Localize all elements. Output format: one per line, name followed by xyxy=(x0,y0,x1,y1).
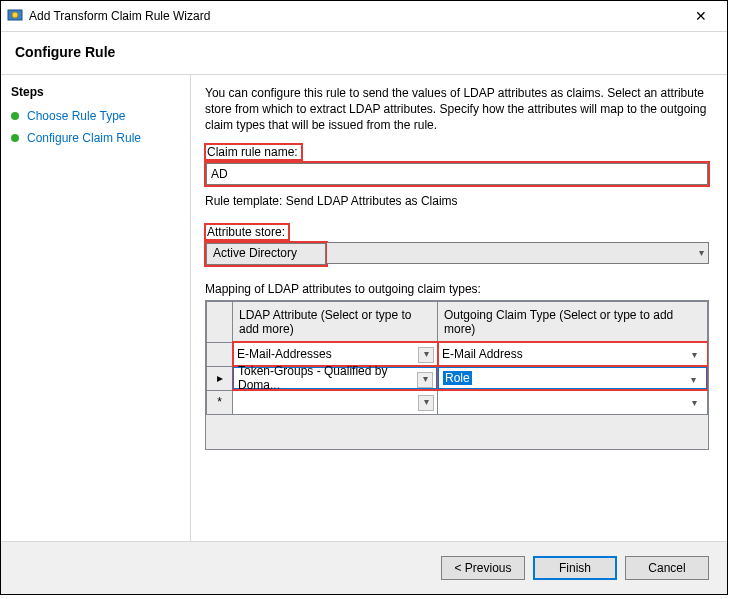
outgoing-claim-value: Role xyxy=(443,371,472,385)
attribute-store-value: Active Directory xyxy=(213,246,297,260)
attribute-store-highlight: Active Directory xyxy=(205,242,327,266)
title-bar: Add Transform Claim Rule Wizard ✕ xyxy=(1,1,727,32)
outgoing-claim-value: E-Mail Address xyxy=(442,347,523,361)
ldap-attr-highlight: Token-Groups - Qualified by Doma... ▾ xyxy=(233,366,438,390)
mapping-grid[interactable]: LDAP Attribute (Select or type to add mo… xyxy=(205,300,709,450)
window-title: Add Transform Claim Rule Wizard xyxy=(29,9,681,23)
claim-type-highlight: E-Mail Address ▾ xyxy=(438,342,708,366)
outgoing-claim-cell[interactable]: ▾ xyxy=(438,390,708,414)
table-row: E-Mail-Addresses ▾ E-Mail Address ▾ xyxy=(207,342,708,366)
ldap-attribute-header: LDAP Attribute (Select or type to add mo… xyxy=(233,301,438,342)
outgoing-claim-cell[interactable]: E-Mail Address ▾ xyxy=(438,343,707,365)
claim-rule-name-label-highlight: Claim rule name: xyxy=(205,144,302,160)
steps-sidebar: Steps Choose Rule Type Configure Claim R… xyxy=(1,75,191,541)
close-button[interactable]: ✕ xyxy=(681,2,721,30)
wizard-window: Add Transform Claim Rule Wizard ✕ Config… xyxy=(0,0,728,595)
table-row: * ▾ ▾ xyxy=(207,390,708,414)
page-header: Configure Rule xyxy=(1,32,727,75)
step-choose-rule-type[interactable]: Choose Rule Type xyxy=(1,105,190,127)
chevron-down-icon: ▾ xyxy=(699,247,704,258)
ldap-attr-highlight: E-Mail-Addresses ▾ xyxy=(233,342,438,366)
row-marker: ▸ xyxy=(207,366,233,390)
grid-header-row: LDAP Attribute (Select or type to add mo… xyxy=(207,301,708,342)
ldap-attribute-cell[interactable]: ▾ xyxy=(233,390,438,414)
step-bullet-icon xyxy=(11,134,19,142)
ldap-attribute-value: Token-Groups - Qualified by Doma... xyxy=(238,364,432,392)
grid-corner xyxy=(207,301,233,342)
rule-template-text: Rule template: Send LDAP Attributes as C… xyxy=(205,194,709,208)
chevron-down-icon: ▾ xyxy=(417,372,433,388)
footer-bar: < Previous Finish Cancel xyxy=(1,541,727,594)
main-panel: You can configure this rule to send the … xyxy=(191,75,727,541)
chevron-down-icon: ▾ xyxy=(418,347,434,363)
chevron-down-icon: ▾ xyxy=(687,397,701,411)
chevron-down-icon: ▾ xyxy=(686,374,700,388)
ldap-attribute-value: E-Mail-Addresses xyxy=(237,347,332,361)
attribute-store-value-box[interactable]: Active Directory xyxy=(206,243,326,265)
steps-heading: Steps xyxy=(1,81,190,105)
attribute-store-label: Attribute store: xyxy=(207,225,285,239)
step-label: Configure Claim Rule xyxy=(27,131,141,145)
chevron-down-icon: ▾ xyxy=(687,349,701,363)
attribute-store-dropdown[interactable]: ▾ xyxy=(327,242,709,264)
step-label: Choose Rule Type xyxy=(27,109,126,123)
previous-button[interactable]: < Previous xyxy=(441,556,525,580)
chevron-down-icon: ▾ xyxy=(418,395,434,411)
description-text: You can configure this rule to send the … xyxy=(205,85,709,134)
app-icon xyxy=(7,8,23,24)
step-configure-claim-rule[interactable]: Configure Claim Rule xyxy=(1,127,190,149)
claim-rule-name-highlight xyxy=(205,162,709,186)
claim-rule-name-label: Claim rule name: xyxy=(207,145,298,159)
claim-rule-name-input[interactable] xyxy=(206,163,708,185)
wizard-body: Steps Choose Rule Type Configure Claim R… xyxy=(1,75,727,541)
finish-button[interactable]: Finish xyxy=(533,556,617,580)
row-marker: * xyxy=(207,390,233,414)
outgoing-claim-cell[interactable]: Role ▾ xyxy=(438,367,707,389)
table-row: ▸ Token-Groups - Qualified by Doma... ▾ … xyxy=(207,366,708,390)
step-bullet-icon xyxy=(11,112,19,120)
ldap-attribute-cell[interactable]: E-Mail-Addresses ▾ xyxy=(233,343,437,365)
attribute-store-label-highlight: Attribute store: xyxy=(205,224,289,240)
row-marker xyxy=(207,342,233,366)
claim-type-highlight: Role ▾ xyxy=(438,366,708,390)
svg-point-1 xyxy=(12,12,18,18)
mapping-label: Mapping of LDAP attributes to outgoing c… xyxy=(205,282,709,296)
outgoing-claim-header: Outgoing Claim Type (Select or type to a… xyxy=(438,301,708,342)
ldap-attribute-cell[interactable]: Token-Groups - Qualified by Doma... ▾ xyxy=(233,367,437,389)
cancel-button[interactable]: Cancel xyxy=(625,556,709,580)
